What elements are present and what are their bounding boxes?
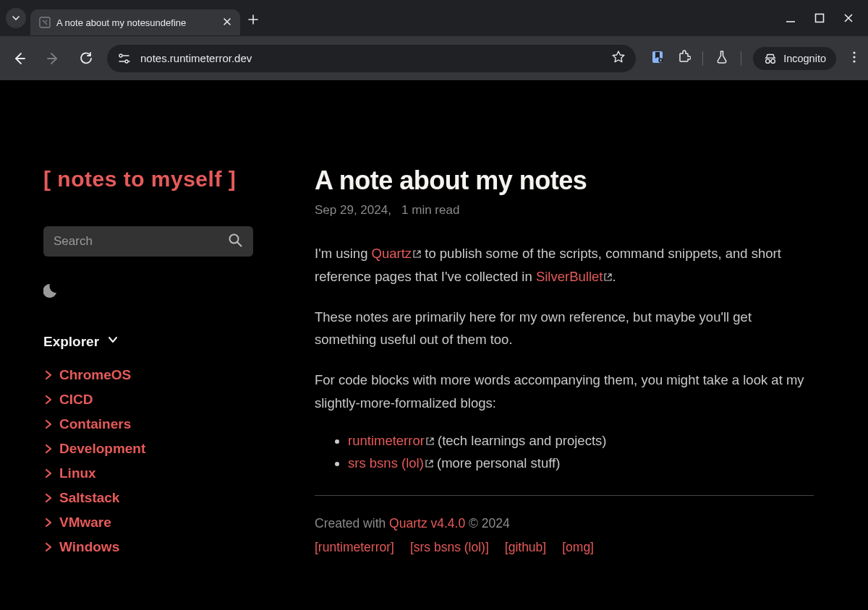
incognito-indicator[interactable]: Incognito [753,47,836,70]
tab-favicon-icon [39,17,51,28]
tree-item-label: Development [59,441,145,457]
svg-point-3 [125,60,128,63]
tree-item-label: Windows [59,539,119,555]
link-silverbullet[interactable]: SilverBullet [536,269,613,284]
extensions-icon[interactable] [676,50,691,67]
browser-toolbar: notes.runtimeterror.dev Incognito [0,36,868,80]
theme-toggle-moon-icon[interactable] [43,281,62,303]
labs-icon[interactable] [715,50,729,67]
incognito-label: Incognito [783,53,826,64]
browser-tab[interactable]: A note about my notesundefine [30,9,240,35]
incognito-icon [763,52,778,65]
link-srsbsns[interactable]: srs bsns (lol) [348,455,433,471]
article-body: I'm using Quartz to publish some of the … [315,242,814,555]
tree-item[interactable]: Development [43,437,273,461]
window-maximize-icon[interactable] [814,13,825,23]
window-minimize-icon[interactable] [786,13,796,23]
external-link-icon [413,242,421,250]
bookmark-badge-icon[interactable] [650,50,665,67]
divider [702,51,703,66]
tree-item[interactable]: VMware [43,510,273,535]
svg-point-11 [853,60,855,62]
external-link-icon [604,265,612,273]
explorer-tree: ChromeOS CICD Containers Development Lin… [43,363,273,559]
footer-link[interactable]: [runtimeterror] [315,540,394,555]
bookmark-star-icon[interactable] [611,50,626,66]
list-item: runtimeterror (tech learnings and projec… [348,429,814,452]
divider [741,51,741,66]
separator [315,495,814,496]
tree-item-label: VMware [59,515,111,530]
search-input[interactable] [54,234,227,249]
chevron-right-icon [43,493,54,503]
paragraph: I'm using Quartz to publish some of the … [315,242,814,288]
site-title[interactable]: [ notes to myself ] [43,167,273,192]
window-close-icon[interactable] [843,13,854,23]
paragraph: For code blocks with more words accompan… [315,369,814,415]
link-runtimeterror[interactable]: runtimeterror [348,433,434,448]
tree-item[interactable]: Windows [43,535,273,559]
tab-title: A note about my notesundefine [56,17,217,28]
svg-point-10 [853,56,855,58]
external-link-icon [425,452,433,460]
tree-item[interactable]: CICD [43,387,273,412]
chevron-right-icon [43,517,54,528]
chevron-right-icon [43,542,54,552]
address-bar[interactable]: notes.runtimeterror.dev [107,45,636,72]
footer-link[interactable]: [github] [505,540,546,555]
svg-point-9 [853,51,855,53]
tree-item[interactable]: Linux [43,461,273,486]
forward-button[interactable] [41,46,65,71]
tree-item-label: ChromeOS [59,367,131,383]
svg-point-12 [230,235,239,244]
external-link-icon [426,429,434,437]
footer: Created with Quartz v4.4.0 © 2024 [runti… [315,516,814,555]
list-item: srs bsns (lol) (more personal stuff) [348,452,814,474]
tab-close-icon[interactable] [223,17,231,28]
explorer-header[interactable]: Explorer [43,333,273,350]
article: A note about my notes Sep 29, 2024, 1 mi… [293,80,843,610]
article-date: Sep 29, 2024, [315,203,391,217]
chevron-right-icon [43,444,54,454]
svg-point-7 [766,59,770,62]
svg-point-8 [771,59,775,62]
link-quartz-version[interactable]: Quartz v4.4.0 [389,516,465,530]
browser-chrome: A note about my notesundefine n [0,0,868,80]
back-button[interactable] [7,46,32,71]
article-title: A note about my notes [315,166,814,196]
chevron-down-icon [106,333,119,350]
search-box[interactable] [43,226,253,257]
blog-list: runtimeterror (tech learnings and projec… [315,429,814,475]
article-read-time: 1 min read [401,203,459,217]
tree-item-label: Saltstack [59,490,119,506]
url-text: notes.runtimeterror.dev [140,52,603,64]
svg-point-2 [119,54,122,57]
tree-item-label: CICD [59,392,93,408]
tree-item[interactable]: Saltstack [43,486,273,510]
reload-button[interactable] [74,46,98,71]
explorer-label: Explorer [43,334,99,350]
chevron-right-icon [43,468,54,478]
tabs-dropdown-button[interactable] [6,8,26,28]
search-icon [227,232,243,251]
window-controls [786,13,868,23]
chevron-right-icon [43,419,54,429]
browser-menu-icon[interactable] [848,51,861,66]
toolbar-right: Incognito [644,47,861,70]
footer-links: [runtimeterror] [srs bsns (lol)] [github… [315,540,814,555]
tree-item[interactable]: ChromeOS [43,363,273,387]
tab-strip: A note about my notesundefine [0,0,868,36]
site-settings-icon[interactable] [117,52,132,65]
sidebar: [ notes to myself ] Explorer ChromeOS CI… [0,80,293,610]
chevron-right-icon [43,370,54,380]
chevron-right-icon [43,395,54,405]
footer-link[interactable]: [srs bsns (lol)] [410,540,489,555]
tree-item[interactable]: Containers [43,412,273,437]
tree-item-label: Linux [59,465,96,481]
svg-rect-6 [660,59,662,61]
footer-link[interactable]: [omg] [562,540,594,555]
link-quartz[interactable]: Quartz [372,246,422,261]
new-tab-button[interactable] [247,14,259,29]
page: [ notes to myself ] Explorer ChromeOS CI… [0,80,868,610]
tree-item-label: Containers [59,416,131,432]
